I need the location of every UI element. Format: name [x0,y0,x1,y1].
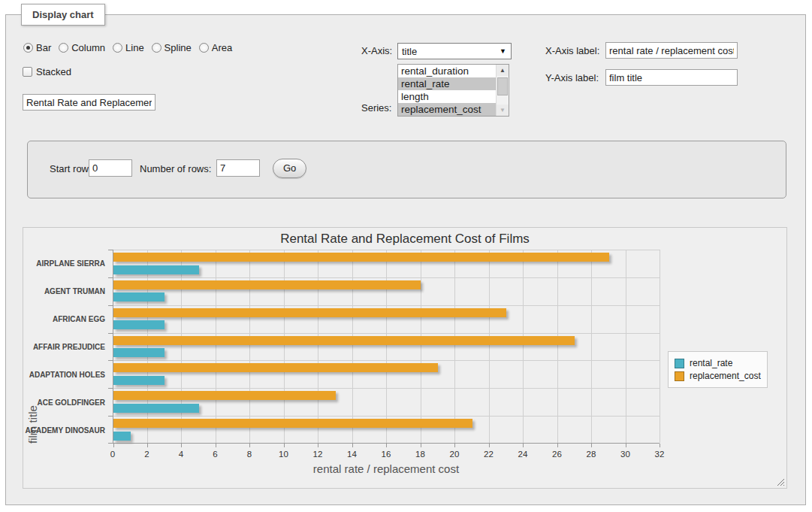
radio-label: Area [212,42,232,53]
y-axis-tick [108,277,113,278]
x-axis-tick [557,444,558,447]
gridline-horizontal [113,388,660,389]
chart-type-radio-line[interactable]: Line [113,42,144,53]
category-label: AIRPLANE SIERRA [36,259,105,268]
chart-title-input[interactable] [23,94,155,111]
bar-rental_rate[interactable] [113,376,165,385]
x-axis-tick [421,444,421,447]
legend-entry-replacement_cost: replacement_cost [675,371,761,381]
y-axis-label-label: Y-Axis label: [545,72,599,83]
start-row-input[interactable] [89,159,132,177]
x-axis-tick [113,444,114,447]
category-label: AFRICAN EGG [53,315,105,323]
series-scrollbar[interactable]: ▲ ▼ [496,65,509,116]
display-chart-tab[interactable]: Display chart [21,4,105,26]
x-axis-title: rental rate / replacement cost [113,462,660,475]
chart-type-radio-column[interactable]: Column [59,42,105,53]
go-button[interactable]: Go [273,159,306,178]
series-options: rental_durationrental_ratelengthreplacem… [398,65,496,116]
bar-replacement_cost[interactable] [113,280,421,289]
gridline-horizontal [113,250,660,250]
x-axis-label-label: X-Axis label: [545,45,599,56]
gridline-vertical [352,250,353,443]
scroll-down-icon[interactable]: ▼ [497,105,509,116]
category-label: ACADEMY DINOSAUR [26,426,106,434]
radio-label: Line [125,42,144,53]
radio-label: Column [71,42,105,53]
x-axis-tick [216,444,216,447]
bar-replacement_cost[interactable] [113,419,472,428]
bar-replacement_cost[interactable] [113,363,438,372]
scroll-up-icon[interactable]: ▲ [497,65,509,76]
stacked-checkbox-row[interactable]: Stacked [23,66,71,77]
series-option-rental_duration[interactable]: rental_duration [398,65,496,77]
scrollbar-thumb[interactable] [497,77,508,95]
category-label: AGENT TRUMAN [44,287,105,295]
x-tick-label: 10 [279,450,288,459]
chart-legend: rental_ratereplacement_cost [668,351,768,388]
x-tick-label: 8 [247,450,252,459]
x-axis-tick [591,444,592,447]
radio-label: Spline [165,42,192,53]
bar-rental_rate[interactable] [113,432,131,441]
bar-replacement_cost[interactable] [113,308,506,317]
chart-type-radio-area[interactable]: Area [199,42,232,53]
bar-replacement_cost[interactable] [113,391,336,400]
legend-swatch-icon [675,371,684,381]
series-option-rental_rate[interactable]: rental_rate [398,77,496,90]
x-tick-label: 6 [213,450,217,459]
radio-icon[interactable] [23,43,33,53]
resize-handle-icon[interactable] [776,477,784,486]
radio-icon[interactable] [199,43,209,53]
x-tick-label: 26 [552,450,562,459]
gridline-vertical [284,250,285,443]
x-axis-tick [181,444,182,447]
x-tick-label: 4 [179,450,183,459]
bar-replacement_cost[interactable] [113,253,609,262]
y-axis-label-input[interactable] [605,69,738,86]
x-tick-label: 20 [450,450,460,459]
gridline-vertical [147,250,148,443]
gridline-vertical [318,250,318,443]
gridline-vertical [249,250,250,443]
series-option-replacement_cost[interactable]: replacement_cost [398,103,496,116]
x-axis-tick [284,444,285,447]
bar-rental_rate[interactable] [113,265,199,274]
radio-icon[interactable] [152,43,161,53]
x-axis-tick [660,444,660,447]
radio-icon[interactable] [59,43,68,53]
chart-type-radio-spline[interactable]: Spline [152,42,192,53]
bar-rental_rate[interactable] [113,404,199,413]
chart-type-radio-bar[interactable]: Bar [23,42,51,53]
stacked-checkbox[interactable] [23,67,32,77]
bar-rental_rate[interactable] [113,292,165,301]
gridline-vertical [489,250,490,443]
gridline-horizontal [113,360,660,361]
x-axis-label-input[interactable] [605,42,738,59]
x-tick-label: 0 [110,450,115,459]
bar-replacement_cost[interactable] [113,336,575,345]
num-rows-label: Number of rows: [140,163,211,174]
legend-label: replacement_cost [690,371,761,381]
x-axis-select[interactable]: title ▼ [397,43,512,59]
x-tick-label: 32 [655,450,665,459]
num-rows-input[interactable] [216,159,260,177]
x-tick-label: 16 [382,450,391,459]
gridline-vertical [454,250,455,443]
y-axis-tick [108,333,113,334]
x-axis-tick [147,444,148,447]
series-option-length[interactable]: length [398,90,496,103]
x-axis-tick [489,444,490,447]
legend-swatch-icon [675,359,684,368]
x-axis-tick [454,444,455,447]
y-axis-tick [108,360,113,361]
radio-icon[interactable] [113,43,122,53]
gridline-horizontal [113,305,660,306]
bar-rental_rate[interactable] [113,320,165,329]
x-axis-tick [318,444,318,447]
series-multiselect[interactable]: rental_durationrental_ratelengthreplacem… [397,64,509,117]
gridline-vertical [660,250,660,443]
gridline-horizontal [113,416,660,417]
bar-rental_rate[interactable] [113,348,165,357]
x-axis-select-label: X-Axis: [361,45,392,56]
